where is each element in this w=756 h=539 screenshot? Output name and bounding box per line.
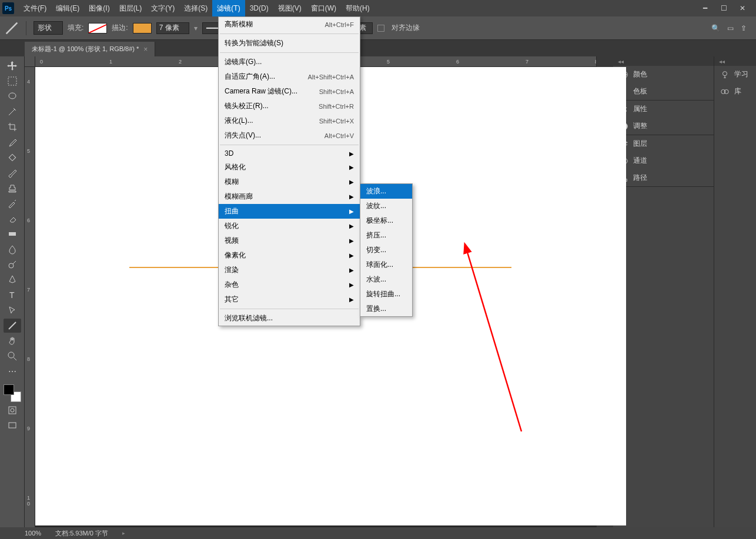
panel-item[interactable]: 通道: [613, 152, 714, 169]
menu-视图[interactable]: 视图(V): [273, 0, 306, 16]
tool-mode-select[interactable]: 形状: [34, 21, 63, 35]
panel-item[interactable]: 颜色: [613, 66, 714, 83]
brush-tool[interactable]: [4, 166, 21, 180]
statusbar: 100% 文档:5.93M/0 字节 ▸: [0, 527, 756, 539]
minimize-button[interactable]: ━: [701, 4, 709, 12]
menu-3d[interactable]: 3D(D): [245, 0, 273, 16]
fill-swatch[interactable]: [88, 23, 107, 34]
share-icon[interactable]: ⇪: [741, 24, 747, 32]
submenu-item[interactable]: 挤压...: [360, 228, 412, 243]
menu-item[interactable]: 风格化▶: [219, 160, 360, 175]
zoom-tool[interactable]: [4, 349, 21, 363]
move-tool[interactable]: [4, 59, 21, 73]
type-tool[interactable]: T: [4, 288, 21, 302]
status-arrow-icon[interactable]: ▸: [122, 530, 125, 536]
menu-item[interactable]: Camera Raw 滤镜(C)...Shift+Ctrl+A: [219, 84, 360, 99]
panel-item[interactable]: 图层: [613, 135, 714, 152]
fill-label: 填充:: [68, 23, 83, 33]
pen-tool[interactable]: [4, 273, 21, 287]
menu-选择[interactable]: 选择(S): [179, 0, 212, 16]
line-tool[interactable]: [4, 319, 21, 333]
menu-item[interactable]: 浏览联机滤镜...: [219, 311, 360, 326]
dodge-tool[interactable]: [4, 257, 21, 272]
submenu-item[interactable]: 旋转扭曲...: [360, 287, 412, 302]
panel-item[interactable]: 学习: [714, 66, 756, 83]
align-edges-checkbox[interactable]: [377, 25, 384, 32]
submenu-item[interactable]: 置换...: [360, 302, 412, 316]
quickmask-icon[interactable]: [4, 403, 21, 417]
panel-icon: [720, 70, 730, 79]
frame-icon[interactable]: ▭: [727, 24, 734, 32]
menu-图层[interactable]: 图层(L): [115, 0, 147, 16]
stroke-width-input[interactable]: [156, 22, 189, 34]
menu-item[interactable]: 镜头校正(R)...Shift+Ctrl+R: [219, 99, 360, 113]
menu-item[interactable]: 转换为智能滤镜(S): [219, 36, 360, 51]
panel-collapse-icon[interactable]: ◂◂: [613, 56, 714, 66]
close-button[interactable]: ✕: [738, 4, 747, 12]
menu-item[interactable]: 渲染▶: [219, 263, 360, 277]
submenu-item[interactable]: 波纹...: [360, 199, 412, 213]
color-swatches[interactable]: [4, 384, 21, 402]
menu-item[interactable]: 其它▶: [219, 292, 360, 307]
submenu-item[interactable]: 球面化...: [360, 257, 412, 272]
eyedropper-tool[interactable]: [4, 135, 21, 149]
menu-item[interactable]: 消失点(V)...Alt+Ctrl+V: [219, 128, 360, 143]
submenu-item[interactable]: 切变...: [360, 243, 412, 257]
panel-item[interactable]: 调整: [613, 118, 714, 135]
menu-item[interactable]: 视频▶: [219, 233, 360, 248]
menu-item[interactable]: 自适应广角(A)...Alt+Shift+Ctrl+A: [219, 69, 360, 84]
menu-item[interactable]: 锐化▶: [219, 219, 360, 233]
menu-item[interactable]: 模糊画廊▶: [219, 189, 360, 204]
distort-submenu: 波浪...波纹...极坐标...挤压...切变...球面化...水波...旋转扭…: [360, 183, 413, 317]
marquee-tool[interactable]: [4, 74, 21, 88]
zoom-level[interactable]: 100%: [25, 530, 41, 537]
panel-item[interactable]: 属性: [613, 101, 714, 118]
line-tool-indicator[interactable]: [5, 21, 19, 35]
submenu-item[interactable]: 极坐标...: [360, 213, 412, 228]
stamp-tool[interactable]: [4, 181, 21, 195]
edit-toolbar-icon[interactable]: ⋯: [4, 364, 21, 379]
ruler-tick: 5: [387, 59, 390, 65]
menu-item[interactable]: 滤镜库(G)...: [219, 55, 360, 69]
menu-item[interactable]: 像素化▶: [219, 248, 360, 263]
menu-item[interactable]: 3D▶: [219, 147, 360, 160]
menu-编辑[interactable]: 编辑(E): [51, 0, 84, 16]
gradient-tool[interactable]: [4, 227, 21, 241]
menu-窗口[interactable]: 窗口(W): [306, 0, 341, 16]
panel-item[interactable]: 色板: [613, 83, 714, 100]
path-select-tool[interactable]: [4, 303, 21, 317]
blur-tool[interactable]: [4, 242, 21, 256]
panel-item[interactable]: 库: [714, 83, 756, 100]
panel-collapse-icon[interactable]: ◂◂: [714, 56, 756, 66]
healing-tool[interactable]: [4, 150, 21, 165]
menu-文字[interactable]: 文字(Y): [146, 0, 179, 16]
history-brush-tool[interactable]: [4, 196, 21, 210]
menu-item[interactable]: 扭曲▶: [219, 204, 360, 219]
menu-帮助[interactable]: 帮助(H): [341, 0, 374, 16]
hand-tool[interactable]: [4, 334, 21, 348]
doc-size[interactable]: 文档:5.93M/0 字节: [55, 529, 108, 538]
menu-item[interactable]: 液化(L)...Shift+Ctrl+X: [219, 113, 360, 128]
menu-滤镜[interactable]: 滤镜(T): [212, 0, 245, 16]
magic-wand-tool[interactable]: [4, 105, 21, 119]
menu-item[interactable]: 模糊▶: [219, 175, 360, 189]
screenmode-icon[interactable]: [4, 419, 21, 433]
crop-tool[interactable]: [4, 120, 21, 134]
menu-图像[interactable]: 图像(I): [84, 0, 114, 16]
lasso-tool[interactable]: [4, 89, 21, 103]
search-icon[interactable]: 🔍: [711, 24, 720, 32]
eraser-tool[interactable]: [4, 212, 21, 226]
close-tab-icon[interactable]: ×: [143, 45, 148, 53]
panel-item[interactable]: 路径: [613, 169, 714, 186]
menu-item[interactable]: 杂色▶: [219, 277, 360, 292]
submenu-item[interactable]: 波浪...: [360, 184, 412, 199]
maximize-button[interactable]: ☐: [720, 4, 728, 12]
document-tab[interactable]: 未标题-1 @ 100% (形状 1, RGB/8#) * ×: [25, 42, 155, 56]
stroke-swatch[interactable]: [133, 23, 152, 34]
menu-文件[interactable]: 文件(F): [19, 0, 51, 16]
toolbox: T ⋯: [0, 56, 25, 527]
menu-item[interactable]: 高斯模糊Alt+Ctrl+F: [219, 17, 360, 32]
foreground-color-swatch[interactable]: [4, 384, 14, 395]
submenu-item[interactable]: 水波...: [360, 272, 412, 287]
ruler-tick: 7: [526, 59, 528, 65]
